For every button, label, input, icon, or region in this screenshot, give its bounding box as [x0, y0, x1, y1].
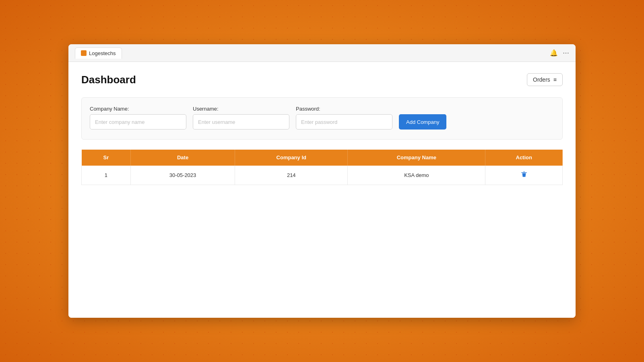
username-label: Username: — [193, 106, 289, 112]
company-name-input[interactable] — [90, 114, 186, 130]
col-header-date: Date — [130, 150, 235, 166]
table-row: 130-05-2023214KSA demo — [82, 166, 563, 185]
browser-topbar: Logestechs 🔔 ⋯ — [68, 44, 576, 62]
password-label: Password: — [296, 106, 392, 112]
cell-company_name: KSA demo — [348, 166, 485, 185]
company-name-label: Company Name: — [90, 106, 186, 112]
password-group: Password: — [296, 106, 392, 130]
bell-icon[interactable]: 🔔 — [550, 49, 558, 57]
delete-icon[interactable] — [520, 171, 528, 179]
more-icon[interactable]: ⋯ — [563, 49, 569, 57]
browser-content: Dashboard Orders ≡ Company Name: Usernam… — [68, 62, 576, 318]
page-title: Dashboard — [81, 74, 136, 86]
filter-icon: ≡ — [553, 76, 557, 83]
cell-date: 30-05-2023 — [130, 166, 235, 185]
table-header-row: Sr Date Company Id Company Name Action — [82, 150, 563, 166]
page-header: Dashboard Orders ≡ — [81, 73, 563, 86]
add-company-button[interactable]: Add Company — [399, 114, 446, 130]
cell-action — [485, 166, 563, 185]
companies-table: Sr Date Company Id Company Name Action 1… — [81, 149, 563, 185]
form-row: Company Name: Username: Password: Add Co… — [90, 106, 554, 130]
col-header-action: Action — [485, 150, 563, 166]
username-group: Username: — [193, 106, 289, 130]
cell-sr: 1 — [82, 166, 131, 185]
orders-button[interactable]: Orders ≡ — [527, 73, 563, 86]
add-company-form: Company Name: Username: Password: Add Co… — [81, 97, 563, 140]
tab-favicon — [81, 50, 87, 56]
cell-company_id: 214 — [235, 166, 348, 185]
col-header-company-id: Company Id — [235, 150, 348, 166]
col-header-sr: Sr — [82, 150, 131, 166]
password-input[interactable] — [296, 114, 392, 130]
tab-label: Logestechs — [89, 50, 116, 56]
browser-window: Logestechs 🔔 ⋯ Dashboard Orders ≡ Compan… — [68, 44, 576, 318]
orders-button-label: Orders — [533, 76, 550, 83]
username-input[interactable] — [193, 114, 289, 130]
company-name-group: Company Name: — [90, 106, 186, 130]
browser-topbar-actions: 🔔 ⋯ — [550, 49, 569, 57]
browser-tab[interactable]: Logestechs — [75, 47, 122, 59]
col-header-company-name: Company Name — [348, 150, 485, 166]
